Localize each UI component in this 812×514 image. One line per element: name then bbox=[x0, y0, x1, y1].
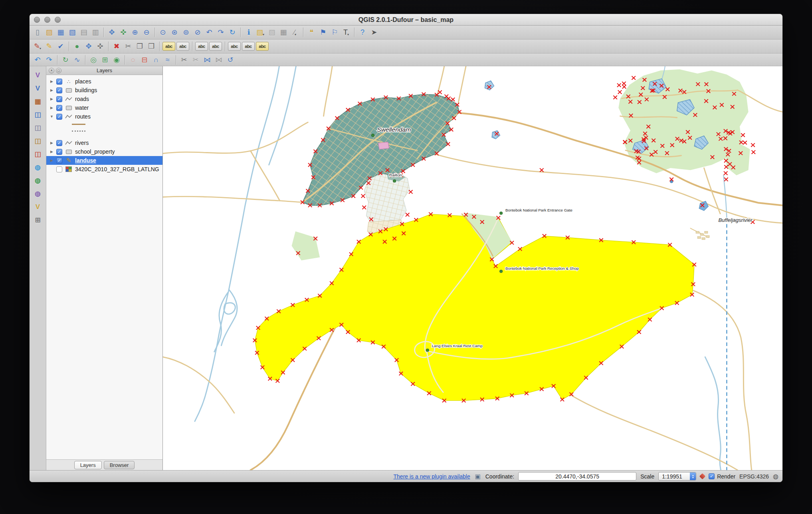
label-add-button[interactable]: abc bbox=[176, 42, 189, 51]
select-features-button[interactable]: ▧▾ bbox=[255, 27, 266, 38]
add-part-button[interactable]: ⊞ bbox=[99, 54, 111, 65]
layer-visibility-checkbox[interactable]: ✓ bbox=[56, 79, 62, 85]
layer-visibility-checkbox[interactable]: ✓ bbox=[56, 87, 62, 93]
add-oracle-layer-button[interactable]: ◫ bbox=[32, 148, 44, 160]
pan-to-selection-button[interactable]: ✜ bbox=[118, 27, 129, 38]
add-delimited-text-layer-button[interactable]: ⊞ bbox=[32, 214, 44, 225]
panel-close-button[interactable]: ✕ bbox=[49, 68, 54, 73]
label-rotate-button[interactable]: abc bbox=[209, 42, 222, 51]
add-spatialite-layer-button[interactable]: ◫ bbox=[32, 122, 44, 133]
stop-render-icon[interactable] bbox=[699, 473, 706, 480]
deselect-features-button[interactable]: ▧ bbox=[266, 27, 277, 38]
zoom-native-button[interactable]: ⊙ bbox=[157, 27, 168, 38]
new-shapefile-layer-button[interactable]: V bbox=[32, 201, 44, 212]
zoom-full-button[interactable]: ⊛ bbox=[169, 27, 180, 38]
tab-layers[interactable]: Layers bbox=[74, 461, 102, 469]
move-feature-button[interactable]: ✥ bbox=[83, 41, 94, 52]
add-ring-button[interactable]: ◎ bbox=[88, 54, 99, 65]
open-attribute-table-button[interactable]: ▦ bbox=[278, 27, 289, 38]
layer-visibility-checkbox[interactable]: ✓ bbox=[56, 96, 62, 102]
layer-row-landuse[interactable]: ▶✓✎landuse bbox=[46, 156, 162, 165]
delete-selected-button[interactable]: ✖ bbox=[111, 41, 122, 52]
simplify-feature-button[interactable]: ∿ bbox=[71, 54, 83, 65]
paste-features-button[interactable]: ❒ bbox=[146, 41, 157, 52]
layer-visibility-checkbox[interactable]: ✓ bbox=[56, 105, 62, 111]
layer-visibility-checkbox[interactable]: ✓ bbox=[56, 140, 62, 146]
zoom-last-button[interactable]: ↶ bbox=[204, 27, 215, 38]
expand-arrow[interactable]: ▼ bbox=[49, 115, 54, 119]
layer-row-school_property[interactable]: ▶✓school_property bbox=[46, 147, 162, 156]
identify-features-button[interactable]: ℹ bbox=[243, 27, 254, 38]
composer-manager-button[interactable]: ▥ bbox=[90, 27, 101, 38]
current-edits-button[interactable]: ✎▾ bbox=[32, 41, 43, 52]
zoom-in-button[interactable]: ⊕ bbox=[129, 27, 141, 38]
expand-arrow[interactable]: ▶ bbox=[49, 150, 54, 154]
panel-float-button[interactable]: ◻ bbox=[56, 68, 61, 73]
merge-features-button[interactable]: ⋈ bbox=[202, 54, 213, 65]
add-mssql-layer-button[interactable]: ◫ bbox=[32, 135, 44, 146]
zoom-out-button[interactable]: ⊖ bbox=[141, 27, 152, 38]
new-bookmark-button[interactable]: ⚑ bbox=[317, 27, 329, 38]
help-button[interactable]: ? bbox=[357, 27, 368, 38]
zoom-to-layer-button[interactable]: ⊘ bbox=[192, 27, 203, 38]
whats-this-button[interactable]: ➤ bbox=[368, 27, 380, 38]
expand-arrow[interactable]: ▶ bbox=[49, 97, 54, 101]
layer-row-buildings[interactable]: ▶✓buildings bbox=[46, 86, 162, 95]
map-refresh-button[interactable]: ↻ bbox=[227, 27, 238, 38]
delete-part-button[interactable]: ⊟ bbox=[139, 54, 150, 65]
layer-row-rivers[interactable]: ▶✓rivers bbox=[46, 138, 162, 147]
fill-ring-button[interactable]: ◉ bbox=[111, 54, 122, 65]
text-annotation-button[interactable]: T▾ bbox=[341, 27, 352, 38]
node-tool-button[interactable]: ✜ bbox=[95, 41, 106, 52]
save-project-as-button[interactable]: ▧ bbox=[67, 27, 78, 38]
titlebar[interactable]: QGIS 2.0.1-Dufour – basic_map bbox=[30, 14, 782, 26]
rotate-feature-button[interactable]: ↻ bbox=[60, 54, 71, 65]
zoom-to-selection-button[interactable]: ⊚ bbox=[180, 27, 192, 38]
undo-button[interactable]: ↶ bbox=[32, 54, 43, 65]
new-project-button[interactable]: ▯ bbox=[32, 27, 43, 38]
layer-row-water[interactable]: ▶✓water bbox=[46, 103, 162, 112]
add-raster-layer-button[interactable]: ▦ bbox=[32, 96, 44, 107]
expand-arrow[interactable]: ▶ bbox=[49, 88, 54, 92]
layer-row-roads[interactable]: ▶✓roads bbox=[46, 95, 162, 103]
map-canvas[interactable]: SwellendamRailtonBontebok National Park … bbox=[163, 66, 782, 470]
add-wms-layer-button[interactable]: ◍ bbox=[32, 162, 44, 173]
add-wfs-layer-button[interactable]: ◍ bbox=[32, 188, 44, 199]
add-feature-button[interactable]: ● bbox=[71, 41, 83, 52]
expand-arrow[interactable]: ▶ bbox=[49, 141, 54, 145]
scale-combobox[interactable]: 1:19951 ▴▾ bbox=[658, 472, 696, 480]
new-vector-layer-button[interactable]: V bbox=[32, 69, 44, 81]
render-checkbox[interactable]: ✓ Render bbox=[709, 473, 735, 480]
cut-features-button[interactable]: ✂ bbox=[123, 41, 134, 52]
expand-arrow[interactable]: ▶ bbox=[49, 106, 54, 110]
plugin-link[interactable]: There is a new plugin available bbox=[394, 473, 470, 480]
label-properties-button[interactable]: abc bbox=[256, 42, 269, 51]
expand-arrow[interactable]: ▶ bbox=[49, 158, 54, 162]
tab-browser[interactable]: Browser bbox=[104, 461, 135, 469]
reshape-features-button[interactable]: ∩ bbox=[151, 54, 162, 65]
add-postgis-layer-button[interactable]: ◫ bbox=[32, 109, 44, 120]
toggle-editing-button[interactable]: ✎ bbox=[44, 41, 55, 52]
measure-button[interactable]: ∕▾ bbox=[289, 27, 301, 38]
coordinate-input[interactable] bbox=[518, 472, 636, 480]
map-tips-button[interactable]: ❝ bbox=[306, 27, 317, 38]
layer-visibility-checkbox[interactable]: ✓ bbox=[56, 114, 62, 120]
save-layer-edits-button[interactable]: ✔ bbox=[55, 41, 66, 52]
layer-visibility-checkbox[interactable]: ✓ bbox=[56, 149, 62, 155]
add-vector-layer-button[interactable]: V bbox=[32, 83, 44, 94]
layer-visibility-checkbox[interactable]: ✓ bbox=[56, 158, 62, 164]
split-parts-button[interactable]: ✂ bbox=[190, 54, 201, 65]
save-project-button[interactable]: ▦ bbox=[55, 27, 66, 38]
expand-arrow[interactable]: ▶ bbox=[49, 79, 54, 83]
add-wcs-layer-button[interactable]: ◍ bbox=[32, 175, 44, 186]
render-checkbox-box[interactable]: ✓ bbox=[709, 473, 715, 479]
show-bookmarks-button[interactable]: ⚐ bbox=[329, 27, 340, 38]
split-features-button[interactable]: ✂ bbox=[178, 54, 190, 65]
layer-row-places[interactable]: ▶✓∴places bbox=[46, 77, 162, 86]
label-pin-button[interactable]: abc bbox=[228, 42, 241, 51]
merge-attributes-button[interactable]: ⋈ bbox=[213, 54, 224, 65]
offset-curve-button[interactable]: ≈ bbox=[162, 54, 173, 65]
pan-map-button[interactable]: ✥ bbox=[106, 27, 117, 38]
crs-status-icon[interactable]: ◍ bbox=[773, 472, 778, 480]
labeling-button[interactable]: abc bbox=[162, 42, 175, 51]
